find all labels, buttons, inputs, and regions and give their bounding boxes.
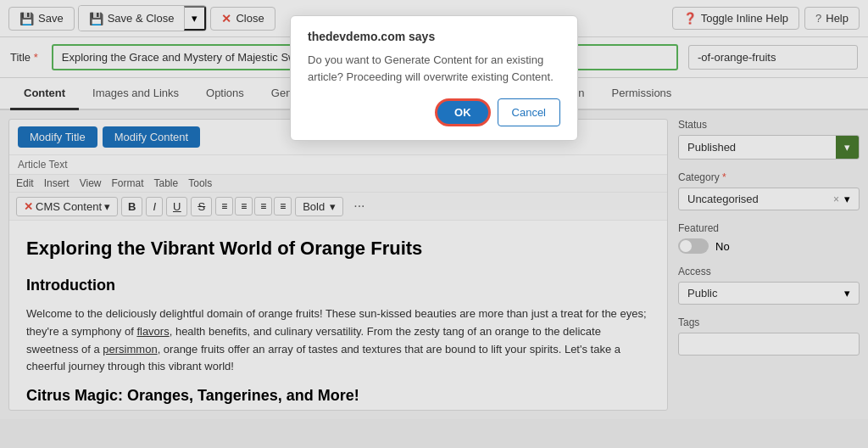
dialog-buttons: OK Cancel — [308, 98, 560, 126]
dialog-title: thedevdemo.com says — [308, 30, 560, 43]
dialog: thedevdemo.com says Do you want to Gener… — [290, 15, 578, 141]
dialog-message: Do you want to Generate Content for an e… — [308, 52, 560, 85]
dialog-cancel-button[interactable]: Cancel — [498, 98, 560, 126]
dialog-overlay: thedevdemo.com says Do you want to Gener… — [0, 0, 868, 419]
dialog-ok-button[interactable]: OK — [435, 98, 491, 126]
